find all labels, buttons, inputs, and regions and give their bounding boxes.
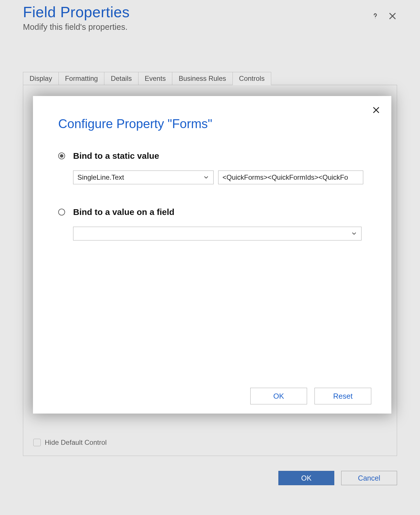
static-type-select-value: SingleLine.Text: [77, 173, 124, 181]
option-bind-field-label: Bind to a value on a field: [73, 207, 174, 217]
static-value-input-text: <QuickForms><QuickFormIds><QuickFo: [222, 173, 348, 181]
modal-close-icon[interactable]: [372, 106, 380, 114]
option-bind-static: Bind to a static value SingleLine.Text <…: [58, 151, 371, 184]
tab-formatting[interactable]: Formatting: [58, 72, 105, 85]
close-icon[interactable]: [388, 11, 397, 21]
option-bind-static-label: Bind to a static value: [73, 151, 159, 161]
cancel-button[interactable]: Cancel: [341, 471, 397, 485]
static-type-select[interactable]: SingleLine.Text: [73, 171, 214, 184]
hide-default-control-row: Hide Default Control: [33, 438, 107, 447]
tab-controls[interactable]: Controls: [233, 72, 271, 85]
modal-footer: OK Reset: [250, 388, 371, 404]
static-value-input[interactable]: <QuickForms><QuickFormIds><QuickFo: [218, 171, 363, 184]
hide-default-control-label: Hide Default Control: [45, 438, 107, 447]
modal-ok-button[interactable]: OK: [250, 388, 307, 404]
hide-default-control-checkbox[interactable]: [33, 439, 41, 446]
tab-strip: Display Formatting Details Events Busine…: [23, 72, 397, 85]
page-subtitle: Modify this field's properties.: [23, 22, 397, 32]
configure-property-modal: Configure Property "Forms" Bind to a sta…: [33, 96, 391, 414]
option-bind-field: Bind to a value on a field: [58, 207, 371, 240]
tab-display[interactable]: Display: [23, 72, 59, 85]
ok-button[interactable]: OK: [278, 471, 334, 485]
tab-business-rules[interactable]: Business Rules: [172, 72, 233, 85]
tab-details[interactable]: Details: [104, 72, 138, 85]
chevron-down-icon: [203, 174, 209, 181]
svg-point-0: [375, 18, 376, 19]
modal-title: Configure Property "Forms": [58, 117, 371, 131]
field-value-select[interactable]: [73, 227, 362, 240]
dialog-footer: OK Cancel: [23, 471, 397, 485]
page-title: Field Properties: [23, 3, 397, 21]
radio-bind-static[interactable]: [58, 152, 65, 159]
dialog-header: Field Properties Modify this field's pro…: [23, 0, 397, 32]
help-icon[interactable]: [371, 11, 380, 21]
chevron-down-icon: [351, 230, 357, 237]
tab-events[interactable]: Events: [138, 72, 172, 85]
radio-bind-field[interactable]: [58, 209, 65, 216]
modal-reset-button[interactable]: Reset: [314, 388, 371, 404]
